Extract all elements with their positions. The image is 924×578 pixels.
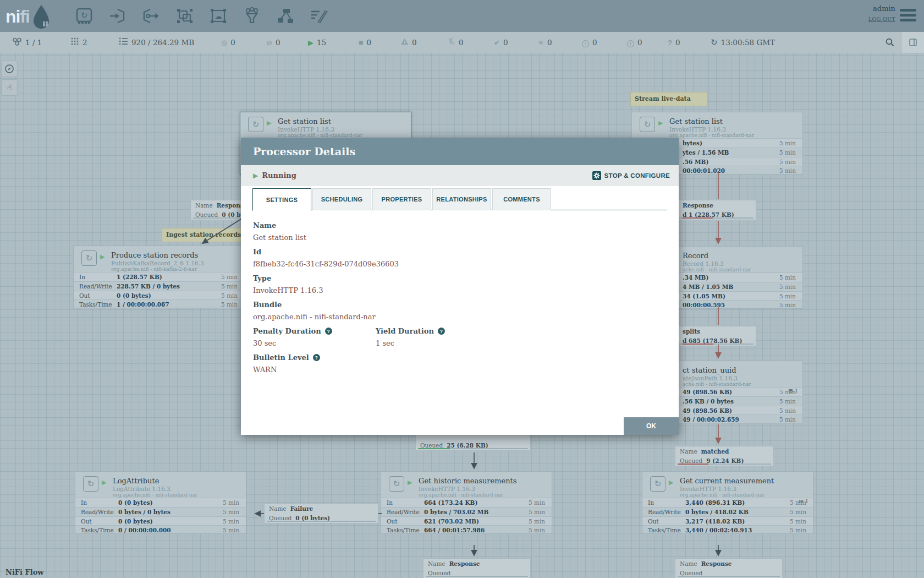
- hand-icon: ☝: [7, 83, 12, 92]
- status-disabled: 0: [448, 32, 464, 53]
- remote-process-group-tool-icon[interactable]: ☁: [208, 6, 228, 26]
- processor-type: ateJsonPath 1.16.3: [683, 375, 738, 381]
- processor-node[interactable]: ↻▶Get current measurementInvokeHTTP 1.16…: [642, 471, 813, 534]
- field-yield-duration: Yield Duration?1 sec: [376, 327, 445, 347]
- stat-row: Read/Write0 bytes / 703.02 MB5 min: [381, 507, 552, 516]
- app-header: nifi ↻☁ admin LOG OUT: [0, 0, 924, 32]
- compass-icon: [4, 64, 14, 74]
- refresh-icon: ↻: [711, 37, 718, 47]
- ok-button[interactable]: OK: [624, 417, 679, 435]
- processor-node[interactable]: ↻▶LogAttributeLogAttribute 1.16.3org.apa…: [75, 471, 246, 534]
- connection-queue-label[interactable]: NameResponseQueued: [423, 558, 531, 578]
- connection-queue-label[interactable]: NamematchedQueued9 (2.24 KB): [675, 446, 774, 466]
- running-icon: ▶: [102, 479, 106, 486]
- navigate-palette-button[interactable]: [1, 61, 18, 77]
- stat-window: 5 min: [223, 517, 239, 526]
- canvas-label[interactable]: Ingest station records: [162, 228, 246, 242]
- template-tool-icon[interactable]: [276, 6, 295, 26]
- field-name: NameGet station list: [253, 221, 306, 242]
- search-icon[interactable]: [879, 32, 901, 53]
- operate-palette-button[interactable]: ☝: [1, 79, 18, 96]
- status-value: 0: [675, 38, 680, 47]
- canvas-label[interactable]: Stream live-data: [630, 92, 707, 106]
- tab-properties[interactable]: PROPERTIES: [372, 188, 431, 210]
- tab-scheduling[interactable]: SCHEDULING: [312, 188, 371, 210]
- field-value: WARN: [253, 366, 320, 374]
- running-icon: ▶: [253, 172, 258, 179]
- processor-node[interactable]: ↻▶Get historic measurementsInvokeHTTP 1.…: [381, 471, 552, 534]
- stale-icon: ↑: [582, 37, 589, 47]
- breadcrumb[interactable]: NiFi Flow: [6, 568, 44, 576]
- processor-bundle: ache.nifi - nifi-standard-nar: [683, 381, 751, 387]
- queue-label-value: Response: [683, 202, 713, 209]
- status-value: 0: [276, 38, 280, 47]
- processor-bundle: org.apache.nifi - nifi-standard-nar: [669, 133, 754, 138]
- help-icon: ?: [313, 354, 320, 361]
- stat-window: 5 min: [779, 139, 796, 148]
- output-port-tool-icon[interactable]: [141, 6, 161, 26]
- process-group-tool-icon[interactable]: [175, 6, 195, 26]
- stat-window: 5 min: [790, 508, 806, 516]
- input-port-tool-icon[interactable]: [108, 6, 128, 26]
- status-stopped: ■0: [359, 32, 371, 53]
- processor-name: Produce station records: [111, 251, 198, 259]
- status-refresh: ↻13:00:58 GMT: [711, 32, 775, 53]
- running-icon: ▶: [100, 253, 105, 260]
- queue-size-track: [678, 576, 780, 577]
- queue-label-key: Name: [269, 505, 287, 512]
- status-value: 920 / 264.29 MB: [131, 38, 194, 47]
- stat-window: 5 min: [221, 272, 238, 281]
- stat-window: 5 min: [779, 282, 796, 291]
- global-menu-icon[interactable]: [900, 9, 916, 22]
- processor-tool-icon[interactable]: ↻: [74, 6, 94, 26]
- processor-icon: ↻: [650, 476, 666, 492]
- dialog-status-row: ▶Running STOP & CONFIGURE: [241, 165, 679, 186]
- status-value: 13:00:58 GMT: [721, 38, 776, 47]
- svg-text:↻: ↻: [81, 10, 88, 20]
- stat-row: In1 (228.57 KB)5 min: [74, 272, 244, 281]
- queue-size-bar: [678, 464, 708, 465]
- queue-label-key: Name: [680, 560, 697, 567]
- user-block: admin LOG OUT: [868, 4, 895, 22]
- queue-label-value: Failure: [290, 505, 314, 512]
- current-user: admin: [868, 4, 895, 13]
- stat-row: Tasks/Time1 / 00:00:00.0675 min: [74, 299, 244, 309]
- running-icon: ▶: [308, 37, 314, 47]
- svg-text:!: !: [404, 40, 405, 45]
- processor-type: PublishKafkaRecord_2_6 1.16.3: [111, 260, 204, 266]
- stop-configure-button[interactable]: STOP & CONFIGURE: [592, 165, 670, 186]
- help-icon: ?: [438, 328, 445, 335]
- processor-type: LogAttribute 1.16.3: [113, 486, 170, 492]
- status-sync-failure: ?0: [668, 32, 680, 53]
- stat-window: 5 min: [221, 300, 238, 309]
- processor-bundle: org.apache.nifi - nifi-standard-nar: [113, 492, 197, 498]
- label-tool-icon[interactable]: [309, 6, 329, 26]
- status-value: 2: [82, 38, 87, 47]
- connection-queue-label[interactable]: NameResponseQueued: [675, 558, 783, 578]
- queue-label-value: splits: [683, 328, 700, 335]
- nifi-logo: nifi: [6, 4, 52, 29]
- stat-window: 5 min: [779, 415, 796, 424]
- processor-icon: ↻: [389, 476, 404, 492]
- field-value: 30 sec: [253, 339, 332, 347]
- status-running: ▶15: [308, 32, 326, 53]
- funnel-tool-icon[interactable]: [242, 6, 262, 26]
- processor-node[interactable]: ↻▶Produce station recordsPublishKafkaRec…: [73, 246, 245, 308]
- processor-name: Get station list: [278, 117, 331, 126]
- stat-row: In3,440 (896.31 KB)5 min: [642, 498, 813, 507]
- status-value: 0: [459, 38, 464, 47]
- connection-queue-label[interactable]: NameFailureQueued0 (0 bytes): [264, 503, 378, 524]
- queue-size-track: [426, 576, 528, 577]
- status-stale: ↑0: [582, 32, 597, 53]
- tab-relationships[interactable]: RELATIONSHIPS: [432, 188, 491, 210]
- disabled-icon: [448, 37, 455, 48]
- status-history-panel-icon[interactable]: [902, 32, 924, 53]
- processor-icon: ↻: [83, 476, 98, 492]
- status-locally-modified-stale: !0: [627, 32, 642, 53]
- logout-link[interactable]: LOG OUT: [868, 16, 895, 22]
- processor-name: Get current measurement: [680, 477, 774, 485]
- tab-settings[interactable]: SETTINGS: [252, 188, 311, 211]
- cluster-icon: [12, 37, 22, 48]
- tab-comments[interactable]: COMMENTS: [492, 188, 551, 210]
- stat-row: Read/Write0 bytes / 418.02 KB5 min: [642, 507, 813, 516]
